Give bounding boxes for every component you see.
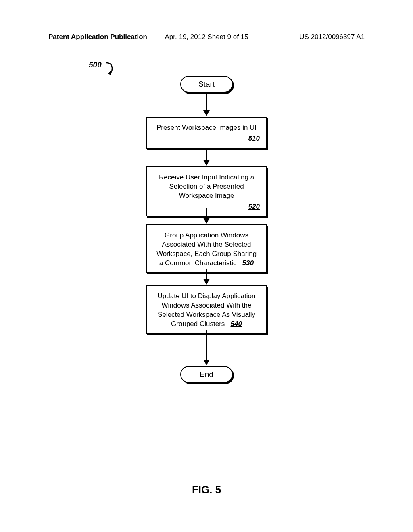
arrow-icon — [202, 150, 211, 166]
flowchart-ref: 500 — [89, 60, 102, 69]
svg-marker-10 — [203, 360, 210, 365]
arrow-icon — [202, 269, 211, 285]
flowchart-step-530: Group Application Windows Associated Wit… — [146, 224, 267, 273]
svg-marker-2 — [203, 110, 210, 116]
step-text: Group Application Windows Associated Wit… — [155, 231, 258, 268]
flowchart-start: Start — [180, 76, 233, 93]
header-left: Patent Application Publication — [48, 33, 147, 41]
step-text: Update UI to Display Application Windows… — [155, 292, 258, 329]
flowchart-step-540: Update UI to Display Application Windows… — [146, 285, 267, 334]
header-right: US 2012/0096397 A1 — [299, 33, 365, 41]
step-text: Receive User Input Indicating a Selectio… — [155, 173, 258, 201]
page-header: Patent Application Publication Apr. 19, … — [0, 33, 413, 41]
end-label: End — [200, 370, 213, 379]
header-center: Apr. 19, 2012 Sheet 9 of 15 — [165, 33, 248, 41]
svg-marker-6 — [203, 218, 210, 224]
figure-label: FIG. 5 — [192, 484, 221, 496]
start-label: Start — [198, 80, 215, 89]
svg-marker-0 — [108, 71, 111, 75]
step-text: Present Workspace Images in UI — [153, 123, 260, 133]
flowchart-end: End — [180, 366, 233, 383]
step-ref: 530 — [242, 259, 254, 267]
arrow-icon — [202, 208, 211, 224]
svg-marker-4 — [203, 160, 210, 166]
arrow-icon — [202, 94, 211, 117]
ref-hook-icon — [104, 61, 116, 77]
step-ref: 540 — [231, 320, 242, 328]
step-ref: 510 — [153, 134, 260, 143]
arrow-icon — [202, 330, 211, 366]
flowchart-step-510: Present Workspace Images in UI 510 — [146, 117, 267, 149]
svg-marker-8 — [203, 279, 210, 285]
